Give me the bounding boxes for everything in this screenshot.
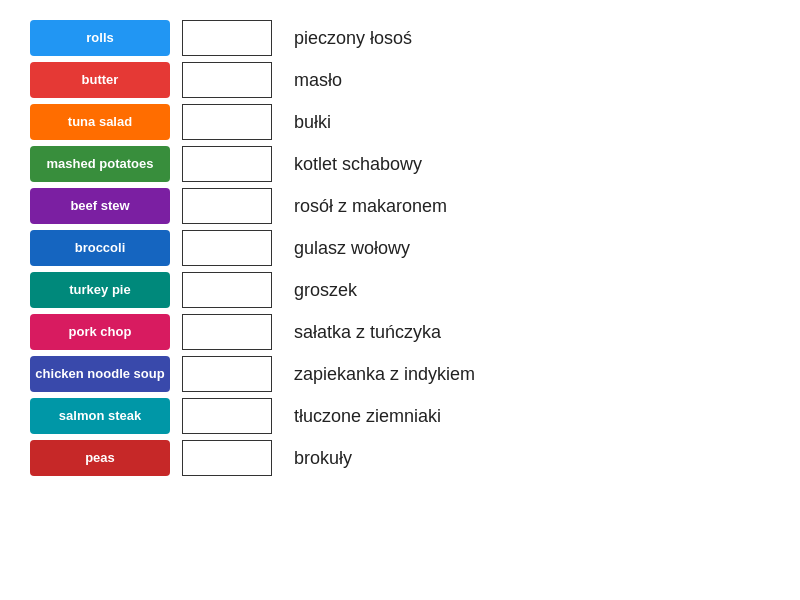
answer-box-chicken-noodle-soup[interactable] [182, 356, 272, 392]
polish-text-broccoli: gulasz wołowy [294, 230, 770, 266]
polish-text-pork-chop: sałatka z tuńczyka [294, 314, 770, 350]
label-btn-peas[interactable]: peas [30, 440, 170, 476]
polish-text-chicken-noodle-soup: zapiekanka z indykiem [294, 356, 770, 392]
answer-box-butter[interactable] [182, 62, 272, 98]
polish-text-salmon-steak: tłuczone ziemniaki [294, 398, 770, 434]
answer-box-peas[interactable] [182, 440, 272, 476]
label-btn-tuna-salad[interactable]: tuna salad [30, 104, 170, 140]
polish-text-rolls: pieczony łosoś [294, 20, 770, 56]
label-column: rollsbuttertuna saladmashed potatoesbeef… [30, 20, 170, 476]
answer-box-broccoli[interactable] [182, 230, 272, 266]
polish-column: pieczony łosośmasłobułkikotlet schabowyr… [294, 20, 770, 476]
label-btn-mashed-potatoes[interactable]: mashed potatoes [30, 146, 170, 182]
label-btn-butter[interactable]: butter [30, 62, 170, 98]
label-btn-turkey-pie[interactable]: turkey pie [30, 272, 170, 308]
label-btn-pork-chop[interactable]: pork chop [30, 314, 170, 350]
answer-box-pork-chop[interactable] [182, 314, 272, 350]
polish-text-beef-stew: rosół z makaronem [294, 188, 770, 224]
answer-box-tuna-salad[interactable] [182, 104, 272, 140]
label-btn-beef-stew[interactable]: beef stew [30, 188, 170, 224]
label-btn-salmon-steak[interactable]: salmon steak [30, 398, 170, 434]
label-btn-rolls[interactable]: rolls [30, 20, 170, 56]
answer-box-salmon-steak[interactable] [182, 398, 272, 434]
answer-column [182, 20, 282, 476]
polish-text-peas: brokuły [294, 440, 770, 476]
answer-box-rolls[interactable] [182, 20, 272, 56]
label-btn-broccoli[interactable]: broccoli [30, 230, 170, 266]
label-btn-chicken-noodle-soup[interactable]: chicken noodle soup [30, 356, 170, 392]
polish-text-turkey-pie: groszek [294, 272, 770, 308]
polish-text-butter: masło [294, 62, 770, 98]
polish-text-tuna-salad: bułki [294, 104, 770, 140]
answer-box-turkey-pie[interactable] [182, 272, 272, 308]
answer-box-mashed-potatoes[interactable] [182, 146, 272, 182]
answer-box-beef-stew[interactable] [182, 188, 272, 224]
polish-text-mashed-potatoes: kotlet schabowy [294, 146, 770, 182]
main-container: rollsbuttertuna saladmashed potatoesbeef… [30, 20, 770, 476]
